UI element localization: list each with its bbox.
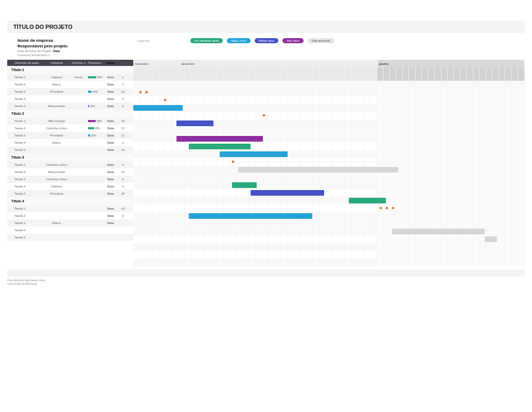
- section-row[interactable]: Título 4: [7, 197, 133, 205]
- gantt-bar[interactable]: [176, 136, 263, 142]
- gantt-row: [133, 119, 525, 127]
- start-value: Data: [53, 49, 60, 53]
- table-row[interactable]: Tarefa 5Baixo/médio10%Data5: [7, 102, 133, 110]
- gantt-row: [133, 89, 525, 96]
- gantt-bar[interactable]: [485, 236, 497, 242]
- table-row[interactable]: Tarefa 2MarcoData1: [7, 81, 133, 88]
- day-cell: [339, 67, 345, 81]
- table-row[interactable]: Tarefa 5Data24: [7, 146, 133, 153]
- table-row[interactable]: Tarefa 3Prioritária40%Data10: [7, 88, 133, 95]
- day-cell: [435, 67, 441, 81]
- gantt-row: [133, 104, 525, 112]
- day-cell: [152, 67, 158, 81]
- table-row[interactable]: Tarefa 3MarcoData: [7, 219, 133, 227]
- section-row[interactable]: Título 2: [7, 110, 133, 117]
- col-prog: Progresso: [87, 60, 103, 66]
- table-row[interactable]: Tarefa 2Baixo/médioData14: [7, 168, 133, 176]
- gantt-bar[interactable]: [189, 144, 251, 149]
- day-cell: [448, 67, 454, 81]
- gantt-bar[interactable]: [232, 182, 257, 188]
- table-row[interactable]: Tarefa 1Não iniciado85%Data10: [7, 117, 133, 125]
- gantt-row: [133, 204, 525, 212]
- table-row[interactable]: Tarefa 5: [7, 234, 133, 241]
- table-row[interactable]: Tarefa 4: [7, 227, 133, 234]
- day-cell: [473, 67, 480, 81]
- title-bar: TÍTULO DO PROJETO: [7, 21, 525, 33]
- table-row[interactable]: Tarefa 3Prioritária20%Data11: [7, 132, 133, 139]
- legend-pill-green: No caminho certo: [190, 38, 223, 43]
- gantt-row: [133, 150, 525, 158]
- gantt-row: [133, 135, 525, 143]
- legend-pill-purple: Alto risco: [282, 38, 304, 43]
- gantt-section: [133, 127, 525, 135]
- day-cell: [210, 67, 217, 81]
- gantt-row: [133, 197, 525, 204]
- day-cell: [383, 67, 389, 81]
- day-cell: [377, 67, 383, 81]
- day-cell: [505, 67, 511, 81]
- day-cell: [345, 67, 351, 81]
- gantt-bar[interactable]: [392, 229, 485, 234]
- month-dezembro: dezembro: [180, 60, 378, 67]
- day-cell: [198, 67, 204, 81]
- col-days: Dias: [118, 60, 128, 66]
- day-cell: [281, 67, 287, 81]
- table-row[interactable]: Tarefa 5PrioritáriaData20: [7, 190, 133, 197]
- day-cell: [307, 67, 313, 81]
- day-cell: [332, 67, 339, 81]
- day-cell: [229, 67, 236, 81]
- gantt-row: [133, 243, 525, 251]
- section-row[interactable]: Título 3: [7, 153, 133, 161]
- table-row[interactable]: Tarefa 2Caminho crítico65%Data11: [7, 125, 133, 132]
- col-start: Início: [103, 60, 118, 66]
- day-cell: [268, 67, 274, 81]
- project-meta: Nome da empresa Responsável pelo projeto…: [7, 38, 127, 57]
- table-row[interactable]: Tarefa 4Data4: [7, 95, 133, 102]
- table-row[interactable]: Tarefa 1ObjetivoNome95%Data1: [7, 74, 133, 81]
- gantt-chart: novembrodezembrojaneiro: [133, 60, 525, 266]
- day-cell: [370, 67, 377, 81]
- day-cell: [249, 67, 255, 81]
- gantt-row: [133, 96, 525, 104]
- table-row[interactable]: Tarefa 1Caminho críticoData4: [7, 161, 133, 168]
- day-cell: [294, 67, 300, 81]
- day-cell: [480, 67, 486, 81]
- footer: Para adicionar mais dados, insira novas …: [7, 269, 525, 285]
- gantt-row: [133, 189, 525, 197]
- gantt-bar[interactable]: [189, 213, 312, 219]
- table-row[interactable]: Tarefa 4ObjetivoData4: [7, 183, 133, 190]
- day-cell: [351, 67, 358, 81]
- day-cell: [191, 67, 197, 81]
- table-row[interactable]: Tarefa 1Data15: [7, 205, 133, 212]
- gantt-bar[interactable]: [238, 167, 399, 173]
- day-cell: [518, 67, 524, 81]
- table-row[interactable]: Tarefa 4MarcoData1: [7, 139, 133, 146]
- gantt-bar[interactable]: [349, 198, 386, 203]
- gantt-bar[interactable]: [220, 151, 288, 157]
- day-cell: [313, 67, 319, 81]
- day-cell: [255, 67, 261, 81]
- day-cell: [178, 67, 184, 81]
- project-manager: Responsável pelo projeto: [17, 44, 127, 48]
- gantt-row: [133, 158, 525, 166]
- day-cell: [274, 67, 280, 81]
- start-label: Data de Início do Projeto:: [17, 49, 52, 53]
- table-row[interactable]: Tarefa 2Data2: [7, 212, 133, 219]
- day-cell: [217, 67, 223, 81]
- gantt-bar[interactable]: [176, 121, 214, 126]
- gantt-bar[interactable]: [251, 190, 325, 196]
- day-cell: [300, 67, 306, 81]
- table-row[interactable]: Tarefa 3Caminho críticoData6: [7, 176, 133, 183]
- day-cell: [172, 67, 178, 81]
- gantt-bar[interactable]: [133, 105, 183, 111]
- page-title: TÍTULO DO PROJETO: [13, 24, 519, 30]
- day-cell: [390, 67, 396, 81]
- legend-label: Legenda: [137, 39, 149, 42]
- footer-line-2: novas linhas ACIMA desta: [7, 282, 525, 286]
- day-cell: [396, 67, 402, 81]
- section-row[interactable]: Título 1: [7, 66, 133, 74]
- day-cell: [358, 67, 364, 81]
- legend-pill-indigo: Médio risco: [255, 38, 279, 43]
- day-cell: [326, 67, 332, 81]
- gantt-section: [133, 220, 525, 228]
